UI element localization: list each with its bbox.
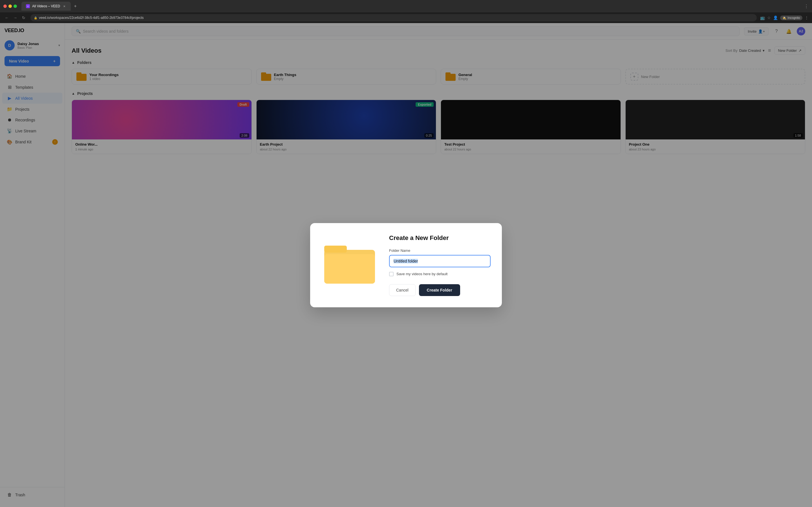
bookmark-icon[interactable]: ☆	[767, 15, 771, 20]
create-folder-button[interactable]: Create Folder	[419, 284, 460, 296]
modal-actions: Cancel Create Folder	[389, 284, 491, 296]
folder-name-label: Folder Name	[389, 248, 491, 252]
nav-buttons: ← → ↻	[3, 14, 27, 21]
back-button[interactable]: ←	[3, 14, 10, 21]
modal-content: Create a New Folder Folder Name Save my …	[389, 234, 491, 296]
modal-overlay[interactable]: Create a New Folder Folder Name Save my …	[0, 23, 812, 507]
save-default-label: Save my videos here by default	[396, 272, 448, 276]
modal-title: Create a New Folder	[389, 234, 491, 242]
create-folder-modal: Create a New Folder Folder Name Save my …	[310, 223, 502, 307]
browser-more-icon[interactable]: ⋮	[805, 15, 809, 20]
minimize-window-button[interactable]	[8, 4, 12, 8]
new-tab-button[interactable]: +	[72, 3, 79, 10]
screen-cast-icon[interactable]: 📺	[760, 15, 765, 20]
tab-bar: V All Videos – VEED ✕ +	[21, 2, 802, 11]
browser-actions: 📺 ☆ 👤 🕵 Incognito ⋮	[760, 15, 809, 20]
url-bar[interactable]: 🔒 veed.io/workspaces/22ce6d2f-38c5-4df1-…	[31, 14, 757, 21]
save-default-checkbox[interactable]	[389, 272, 394, 276]
svg-rect-2	[324, 254, 375, 284]
save-default-row: Save my videos here by default	[389, 272, 491, 276]
incognito-badge: 🕵 Incognito	[780, 15, 802, 20]
traffic-lights	[3, 4, 17, 8]
forward-button[interactable]: →	[12, 14, 18, 21]
active-tab[interactable]: V All Videos – VEED ✕	[21, 2, 71, 11]
folder-illustration	[321, 234, 378, 291]
browser-menu-icon[interactable]: ⋮	[804, 4, 809, 9]
tab-favicon: V	[26, 4, 30, 8]
close-window-button[interactable]	[3, 4, 7, 8]
address-bar: ← → ↻ 🔒 veed.io/workspaces/22ce6d2f-38c5…	[0, 12, 812, 23]
browser-chrome: V All Videos – VEED ✕ + ⋮	[0, 0, 812, 12]
lock-icon: 🔒	[34, 16, 37, 19]
profile-icon[interactable]: 👤	[773, 15, 778, 20]
svg-rect-1	[324, 245, 347, 252]
tab-title: All Videos – VEED	[32, 4, 60, 8]
folder-name-input[interactable]	[389, 255, 491, 267]
reload-button[interactable]: ↻	[20, 14, 27, 21]
tab-close-button[interactable]: ✕	[62, 4, 66, 8]
maximize-window-button[interactable]	[13, 4, 17, 8]
cancel-button[interactable]: Cancel	[389, 284, 416, 296]
url-text: veed.io/workspaces/22ce6d2f-38c5-4df1-a8…	[39, 16, 144, 20]
